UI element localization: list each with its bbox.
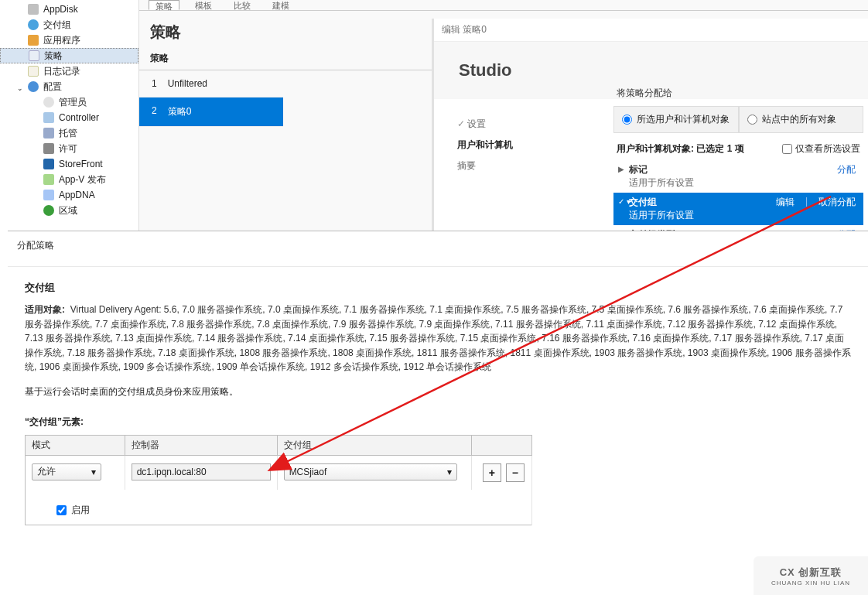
dna-icon: [43, 190, 54, 200]
dialog-heading: 交付组: [25, 281, 851, 295]
tree-appdisk[interactable]: AppDisk: [0, 2, 138, 17]
tree-admin[interactable]: 管理员: [0, 94, 138, 110]
chevron-down-icon: ▾: [91, 467, 96, 477]
wizard-steps: 设置 用户和计算机 摘要: [457, 118, 513, 173]
col-controller[interactable]: 控制器: [125, 435, 277, 455]
main-panel: 策略 模板 比较 建模 策略 策略 1Unfiltered 2策略0 编辑 策略…: [139, 0, 868, 232]
check-icon: ✓ ▾: [618, 197, 630, 206]
nav-tree: AppDisk 交付组 应用程序 策略 日志记录 ⌄配置 管理员 Control…: [0, 0, 139, 232]
setting-delivery-group[interactable]: ✓ ▾交付组适用于所有设置编辑|取消分配: [613, 193, 863, 225]
store-icon: [43, 159, 54, 169]
studio-title: Studio: [459, 60, 511, 80]
globe-icon: [43, 205, 54, 216]
radio-selected-input[interactable]: [622, 115, 632, 125]
tree-configuration[interactable]: ⌄配置: [0, 79, 138, 94]
policy-list: 1Unfiltered 2策略0: [139, 70, 283, 127]
chevron-down-icon: ▾: [447, 467, 452, 477]
tree-policies[interactable]: 策略: [0, 48, 138, 63]
tree-applications[interactable]: 应用程序: [0, 32, 138, 48]
radio-selected-objects[interactable]: 所选用户和计算机对象: [613, 106, 739, 133]
add-row-button[interactable]: +: [483, 463, 501, 482]
applies-text: 适用对象: Virtual Delivery Agent: 5.6, 7.0 服…: [25, 303, 851, 374]
step-settings[interactable]: 设置: [457, 118, 513, 131]
elements-grid: 模式 控制器 交付组 允许▾ dc1.ipqn.local:80 MCSjiao…: [25, 435, 532, 525]
setting-tag[interactable]: ▶标记适用于所有设置分配: [613, 160, 863, 193]
tree-licensing[interactable]: 许可: [0, 141, 138, 156]
tree-logging[interactable]: 日志记录: [0, 63, 138, 79]
assign-policy-dialog: 分配策略 交付组 适用对象: Virtual Delivery Agent: 5…: [8, 231, 868, 595]
step-summary[interactable]: 摘要: [457, 159, 513, 173]
breadcrumb: 编辑 策略0: [434, 19, 868, 42]
app-icon: [28, 35, 39, 46]
host-icon: [43, 128, 54, 138]
col-mode[interactable]: 模式: [26, 435, 125, 455]
tree-hosting[interactable]: 托管: [0, 125, 138, 141]
config-icon: [28, 81, 39, 92]
tree-appv[interactable]: App-V 发布: [0, 172, 138, 187]
policy-row-unfiltered[interactable]: 1Unfiltered: [139, 70, 283, 97]
dialog-title: 分配策略: [8, 231, 868, 267]
tab-policies[interactable]: 策略: [149, 0, 179, 10]
tree-zones[interactable]: 区域: [0, 203, 138, 218]
controller-icon: [43, 112, 54, 123]
link-assign[interactable]: 分配: [837, 163, 856, 176]
link-unassign[interactable]: 取消分配: [818, 196, 856, 209]
group-select[interactable]: MCSjiaof▾: [284, 463, 457, 480]
users-icon: [28, 19, 39, 30]
link-edit[interactable]: 编辑: [776, 196, 795, 209]
radio-all-input[interactable]: [747, 115, 757, 125]
tab-modeling[interactable]: 建模: [266, 0, 296, 10]
policy-editor: 编辑 策略0 Studio 设置 用户和计算机 摘要 将策略分配给 所选用户和计…: [432, 19, 868, 232]
policy-row-0[interactable]: 2策略0: [139, 97, 283, 127]
watermark: CX 创新互联 CHUANG XIN HU LIAN: [754, 556, 868, 595]
remove-row-button[interactable]: −: [506, 463, 525, 482]
radio-all-objects[interactable]: 站点中的所有对象: [739, 106, 864, 133]
appv-icon: [43, 174, 54, 185]
controller-input[interactable]: dc1.ipqn.local:80: [132, 463, 271, 480]
license-icon: [43, 143, 54, 154]
caret-right-icon: ▶: [618, 165, 624, 173]
col-group[interactable]: 交付组: [277, 435, 471, 455]
tree-storefront[interactable]: StoreFront: [0, 156, 138, 172]
admin-icon: [43, 97, 54, 108]
disk-icon: [28, 4, 39, 15]
chk-view-selected-input[interactable]: [782, 144, 792, 154]
chevron-down-icon[interactable]: ⌄: [17, 84, 25, 92]
chk-view-selected[interactable]: 仅查看所选设置: [782, 142, 860, 156]
tree-appdna[interactable]: AppDNA: [0, 187, 138, 203]
dialog-note: 基于运行会话时桌面的交付组成员身份来应用策略。: [25, 385, 851, 398]
tab-templates[interactable]: 模板: [189, 0, 218, 10]
mode-select[interactable]: 允许▾: [32, 463, 101, 480]
enable-checkbox[interactable]: 启用: [32, 504, 525, 517]
elements-label: “交付组”元素:: [25, 415, 851, 429]
assign-title: 将策略分配给: [613, 84, 863, 106]
tree-delivery-group[interactable]: 交付组: [0, 17, 138, 32]
step-users[interactable]: 用户和计算机: [457, 138, 513, 152]
log-icon: [28, 66, 39, 77]
policy-icon: [29, 50, 39, 61]
tab-bar: 策略 模板 比较 建模: [139, 0, 868, 11]
selected-count: 用户和计算机对象: 已选定 1 项: [617, 142, 744, 156]
tree-label: AppDisk: [43, 4, 78, 15]
tree-controller[interactable]: Controller: [0, 110, 138, 125]
enable-input[interactable]: [56, 505, 67, 515]
tab-compare[interactable]: 比较: [227, 0, 257, 10]
grid-row: 允许▾ dc1.ipqn.local:80 MCSjiaof▾ +−: [26, 455, 532, 490]
